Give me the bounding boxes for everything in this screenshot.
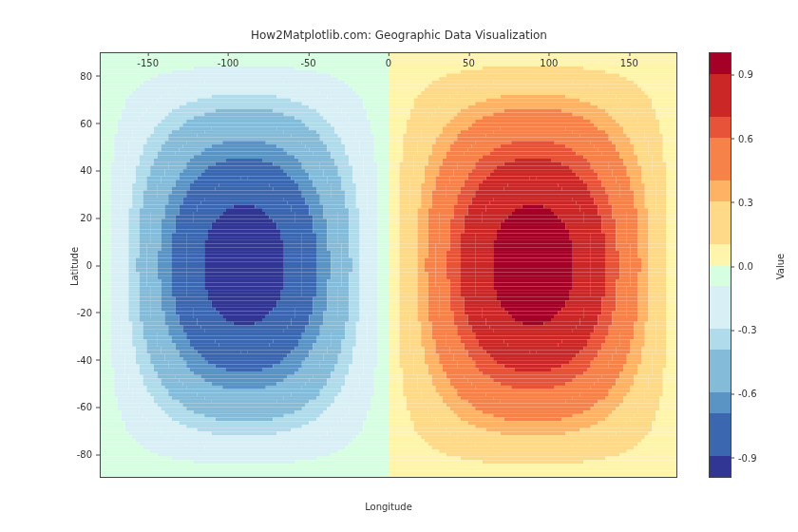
colorbar-segment: [710, 308, 731, 329]
svg-rect-934: [637, 208, 648, 212]
svg-rect-2668: [403, 382, 417, 386]
svg-rect-771: [320, 194, 331, 198]
svg-rect-2475: [439, 357, 453, 361]
svg-rect-2023: [407, 312, 417, 315]
svg-rect-1493: [425, 261, 435, 265]
svg-rect-2953: [645, 435, 677, 439]
svg-rect-35: [284, 81, 346, 85]
svg-rect-167: [164, 116, 193, 120]
svg-rect-1942: [360, 304, 370, 308]
svg-rect-244: [100, 130, 118, 134]
svg-rect-2747: [627, 392, 645, 396]
svg-rect-939: [110, 212, 121, 216]
svg-rect-292: [168, 138, 190, 142]
svg-rect-807: [345, 198, 355, 201]
svg-rect-1136: [190, 230, 208, 234]
svg-rect-1790: [360, 290, 370, 294]
svg-rect-1183: [370, 233, 378, 237]
svg-rect-2277: [432, 336, 446, 340]
svg-rect-1233: [569, 237, 591, 240]
svg-rect-2335: [313, 343, 331, 347]
svg-rect-1343: [450, 247, 461, 251]
svg-rect-2719: [421, 390, 435, 393]
svg-rect-750: [475, 191, 497, 195]
svg-rect-873: [291, 205, 309, 209]
svg-rect-305: [587, 138, 609, 142]
svg-rect-2085: [180, 318, 198, 322]
svg-rect-2879: [389, 418, 410, 422]
svg-rect-1324: [162, 247, 172, 251]
svg-rect-2712: [298, 390, 320, 393]
svg-rect-1223: [389, 237, 399, 240]
svg-rect-23: [389, 73, 446, 77]
svg-rect-1157: [569, 230, 587, 234]
svg-rect-2894: [363, 421, 389, 425]
svg-rect-2011: [218, 312, 269, 315]
svg-rect-224: [136, 126, 154, 130]
svg-rect-1362: [158, 251, 172, 255]
svg-rect-303: [457, 138, 479, 142]
svg-rect-1542: [641, 265, 649, 269]
svg-rect-1537: [573, 265, 591, 269]
svg-rect-2385: [583, 347, 601, 351]
svg-rect-897: [645, 205, 656, 209]
svg-rect-836: [200, 201, 287, 205]
svg-rect-635: [313, 180, 327, 183]
svg-rect-2313: [461, 339, 479, 343]
colorbar-segment: [710, 392, 731, 413]
svg-rect-1383: [475, 251, 493, 255]
svg-rect-1038: [439, 218, 449, 222]
svg-rect-2072: [613, 314, 627, 318]
svg-rect-1195: [569, 233, 591, 237]
svg-rect-1243: [110, 240, 118, 244]
svg-rect-14: [100, 70, 172, 74]
svg-rect-207: [306, 124, 332, 127]
svg-rect-1217: [327, 237, 337, 240]
svg-rect-1260: [378, 240, 389, 244]
svg-rect-313: [146, 141, 164, 144]
svg-rect-2148: [613, 322, 623, 326]
svg-rect-2033: [601, 312, 612, 315]
svg-rect-326: [435, 141, 453, 144]
svg-rect-2870: [100, 418, 122, 422]
svg-rect-1380: [435, 251, 446, 255]
svg-rect-518: [425, 165, 439, 169]
svg-rect-452: [349, 159, 363, 162]
svg-rect-767: [186, 194, 208, 198]
svg-rect-1761: [450, 286, 461, 290]
svg-rect-2662: [306, 382, 328, 386]
svg-rect-1619: [649, 272, 659, 276]
svg-rect-2348: [479, 343, 507, 347]
svg-rect-1146: [378, 230, 389, 234]
svg-rect-535: [164, 169, 182, 173]
svg-rect-1883: [627, 297, 637, 301]
svg-rect-1347: [573, 247, 591, 251]
svg-rect-2961: [465, 439, 601, 443]
svg-rect-1705: [172, 283, 186, 287]
svg-rect-2100: [417, 318, 428, 322]
svg-rect-1818: [162, 294, 172, 297]
svg-rect-2120: [143, 322, 154, 326]
svg-rect-2672: [471, 382, 500, 386]
svg-rect-735: [280, 191, 302, 195]
svg-rect-1215: [302, 237, 316, 240]
svg-rect-1023: [216, 218, 274, 222]
svg-rect-829: [110, 201, 121, 205]
svg-rect-2706: [100, 390, 114, 393]
svg-rect-1669: [204, 279, 284, 283]
svg-rect-2059: [389, 314, 399, 318]
svg-rect-74: [162, 95, 212, 99]
svg-rect-1352: [637, 247, 648, 251]
svg-rect-2185: [645, 325, 656, 329]
svg-rect-378: [432, 148, 450, 152]
svg-rect-610: [425, 177, 435, 180]
svg-rect-2639: [360, 378, 374, 382]
svg-rect-2376: [399, 347, 409, 351]
svg-rect-1515: [172, 265, 186, 269]
svg-rect-99: [652, 99, 677, 103]
svg-rect-1065: [327, 222, 337, 226]
svg-rect-1620: [659, 272, 667, 276]
svg-rect-262: [605, 130, 623, 134]
svg-rect-1653: [605, 276, 619, 279]
svg-rect-2585: [331, 371, 349, 375]
